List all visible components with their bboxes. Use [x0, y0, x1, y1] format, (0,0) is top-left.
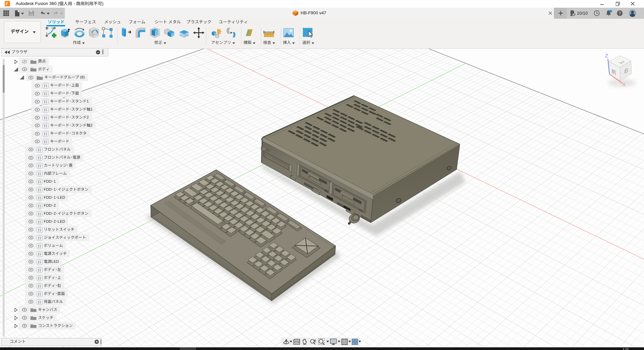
svg-text:-: - [72, 1, 76, 6]
svg-text:FDD: FDD [44, 219, 52, 223]
svg-text:LED: LED [58, 195, 65, 199]
svg-text:FDD: FDD [44, 195, 52, 199]
svg-text:Z: Z [605, 53, 608, 58]
svg-text:1: 1 [91, 107, 93, 111]
svg-text:1: 1 [87, 99, 89, 103]
svg-text:FDD: FDD [44, 187, 52, 191]
svg-text:X: X [622, 81, 626, 87]
svg-text:2: 2 [87, 115, 89, 119]
svg-text:2: 2 [53, 203, 55, 207]
svg-text:LED: LED [58, 219, 65, 223]
svg-text:LED: LED [51, 259, 59, 264]
svg-text:FDD: FDD [44, 203, 52, 207]
svg-text:Autodesk Fusion 360 (: Autodesk Fusion 360 ( [16, 1, 59, 6]
svg-text:2: 2 [91, 123, 93, 127]
svg-text:1: 1 [53, 195, 55, 199]
svg-text:FDD: FDD [44, 179, 52, 183]
svg-text:FDD: FDD [44, 211, 52, 215]
svg-text:2: 2 [53, 219, 55, 223]
svg-text:1: 1 [53, 179, 55, 183]
svg-text:(8): (8) [79, 75, 85, 79]
svg-text:1: 1 [53, 187, 55, 191]
svg-text:): ) [102, 1, 104, 6]
svg-text:2: 2 [53, 211, 55, 215]
svg-text:?: ? [619, 11, 621, 16]
